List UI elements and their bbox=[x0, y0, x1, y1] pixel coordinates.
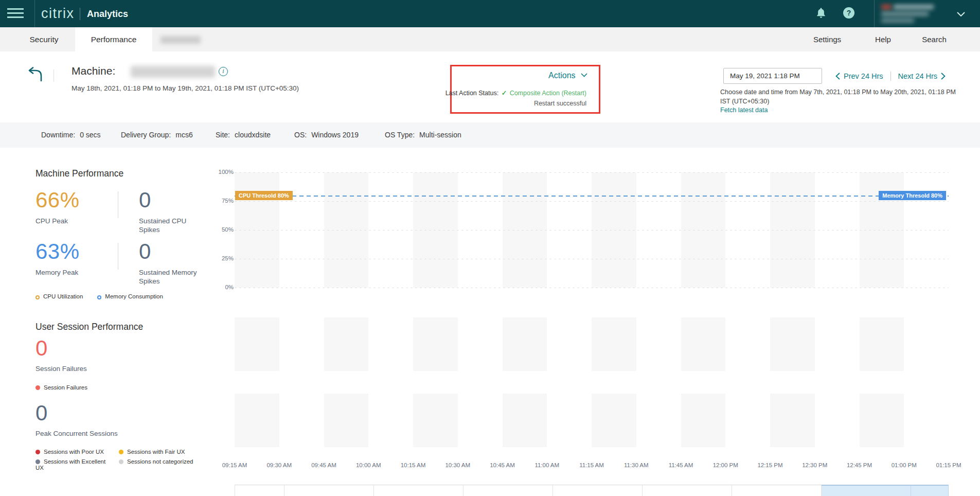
menu-icon[interactable] bbox=[7, 8, 24, 20]
bottom-table bbox=[235, 485, 949, 496]
cpu-threshold-badge: CPU Thresold 80% bbox=[235, 191, 293, 200]
x-axis-tick: 09:15 AM bbox=[222, 462, 247, 468]
chart-band bbox=[592, 394, 636, 447]
table-cell[interactable] bbox=[235, 485, 284, 496]
legend-sessions-excellent-ux: Sessions with Excellent UX bbox=[35, 458, 113, 471]
table-cell[interactable] bbox=[464, 485, 553, 496]
chevron-down-icon[interactable] bbox=[957, 12, 965, 16]
annotation-highlight-box: Actions Last Action Status: ✓ Composite … bbox=[450, 65, 600, 114]
memory-peak-label: Memory Peak bbox=[35, 268, 78, 277]
time-nav: Prev 24 Hrs Next 24 Hrs bbox=[835, 68, 946, 84]
tab-performance[interactable]: Performance bbox=[75, 27, 152, 51]
x-axis-tick: 12:45 PM bbox=[847, 462, 872, 468]
last-action-value: Composite Action (Restart) bbox=[510, 90, 586, 97]
navbar-divider bbox=[34, 0, 35, 27]
legend-memory-consumption: Memory Consumption bbox=[97, 293, 163, 299]
chart-band bbox=[860, 317, 904, 371]
gridline bbox=[235, 201, 949, 202]
stat-divider bbox=[118, 191, 118, 218]
y-axis-tick: 0% bbox=[216, 284, 234, 290]
user-session-performance-title: User Session Performance bbox=[35, 322, 143, 332]
x-axis-tick: 12:30 PM bbox=[802, 462, 827, 468]
os-stat: OS:Windows 2019 bbox=[294, 122, 359, 148]
next-24hrs-button[interactable]: Next 24 Hrs bbox=[898, 72, 946, 80]
y-axis-tick: 50% bbox=[216, 226, 234, 233]
prev-24hrs-button[interactable]: Prev 24 Hrs bbox=[835, 72, 883, 80]
chart-band bbox=[681, 394, 726, 447]
top-navbar: citrix Analytics ? bbox=[0, 0, 980, 27]
gridline bbox=[235, 230, 949, 231]
legend-sessions-not-categorized: Sessions not categorized bbox=[119, 458, 210, 471]
x-axis-tick: 12:15 PM bbox=[757, 462, 782, 468]
time-nav-divider bbox=[890, 72, 891, 81]
session-failures-value: 0 bbox=[35, 336, 48, 361]
chart-band bbox=[235, 394, 279, 447]
last-action-result: Restart successful bbox=[534, 100, 586, 107]
help-icon[interactable]: ? bbox=[843, 7, 856, 20]
fetch-latest-data-link[interactable]: Fetch latest data bbox=[720, 107, 768, 114]
cpu-peak-label: CPU Peak bbox=[35, 217, 68, 225]
table-cell-selected[interactable] bbox=[822, 485, 911, 496]
tab-bar: Security Performance Settings Help Searc… bbox=[0, 27, 980, 51]
stat-divider bbox=[118, 243, 118, 270]
last-action-status: Last Action Status: ✓ Composite Action (… bbox=[446, 89, 586, 97]
success-check-icon: ✓ bbox=[501, 90, 508, 97]
memory-threshold-badge: Memory Thresold 80% bbox=[879, 191, 946, 200]
user-menu-redacted[interactable] bbox=[877, 0, 954, 27]
chart-band bbox=[235, 317, 279, 371]
table-cell[interactable] bbox=[374, 485, 464, 496]
cpu-legend-ring-icon bbox=[35, 295, 40, 299]
date-time-input[interactable] bbox=[723, 68, 822, 84]
tab-redacted[interactable] bbox=[161, 36, 201, 44]
chart-band bbox=[324, 394, 369, 447]
x-axis-tick: 10:30 AM bbox=[445, 462, 470, 468]
page-title: Machine: bbox=[72, 65, 115, 77]
session-failures-label: Session Failures bbox=[35, 364, 87, 373]
gridline bbox=[235, 172, 949, 173]
chart-band bbox=[860, 394, 904, 447]
session-failures-dot-icon bbox=[35, 385, 40, 390]
x-axis-tick: 09:30 AM bbox=[266, 462, 292, 468]
chart-band bbox=[324, 317, 369, 371]
chart-band bbox=[681, 317, 726, 371]
machine-performance-chart: CPU Thresold 80% Memory Thresold 80% bbox=[235, 172, 949, 288]
actions-dropdown[interactable]: Actions bbox=[548, 71, 587, 80]
table-cell[interactable] bbox=[643, 485, 732, 496]
x-axis-tick: 01:15 PM bbox=[936, 462, 961, 468]
legend-sessions-fair-ux: Sessions with Fair UX bbox=[119, 449, 210, 455]
x-axis-tick: 10:00 AM bbox=[356, 462, 381, 468]
x-axis-tick: 11:00 AM bbox=[534, 462, 559, 468]
x-axis-tick: 11:45 AM bbox=[669, 462, 693, 468]
machine-info-bar: Downtime:0 secs Delivery Group:mcs6 Site… bbox=[0, 122, 980, 148]
chevron-left-icon bbox=[835, 73, 840, 80]
x-axis-tick: 11:15 AM bbox=[579, 462, 604, 468]
legend-sessions-poor-ux: Sessions with Poor UX bbox=[35, 449, 119, 455]
last-action-status-label: Last Action Status: bbox=[446, 90, 499, 97]
help-link[interactable]: Help bbox=[874, 27, 892, 51]
x-axis-tick: 10:45 AM bbox=[490, 462, 515, 468]
settings-link[interactable]: Settings bbox=[812, 27, 843, 51]
cpu-peak-value: 66% bbox=[35, 188, 80, 212]
x-axis-tick: 11:30 AM bbox=[624, 462, 649, 468]
chart-band bbox=[503, 317, 547, 371]
tab-security[interactable]: Security bbox=[20, 27, 68, 51]
product-title: Analytics bbox=[87, 0, 128, 28]
back-icon[interactable] bbox=[26, 67, 43, 82]
info-icon[interactable]: i bbox=[219, 67, 228, 76]
table-cell-selected[interactable] bbox=[911, 485, 949, 496]
threshold-line bbox=[235, 196, 949, 197]
citrix-analytics-app: citrix Analytics ? Security Performance … bbox=[0, 0, 980, 496]
memory-legend-ring-icon bbox=[97, 295, 101, 299]
peak-concurrent-sessions-value: 0 bbox=[35, 401, 48, 426]
machine-performance-title: Machine Performance bbox=[35, 168, 123, 179]
table-cell[interactable] bbox=[732, 485, 822, 496]
site-stat: Site:cloudxdsite bbox=[216, 122, 271, 148]
not-categorized-dot-icon bbox=[119, 459, 123, 464]
bell-icon[interactable] bbox=[815, 7, 828, 20]
table-cell[interactable] bbox=[284, 485, 374, 496]
search-link[interactable]: Search bbox=[919, 27, 950, 51]
y-axis-tick: 100% bbox=[216, 169, 234, 175]
table-cell[interactable] bbox=[553, 485, 643, 496]
poor-ux-dot-icon bbox=[35, 450, 40, 454]
prev-24hrs-label: Prev 24 Hrs bbox=[844, 72, 883, 80]
